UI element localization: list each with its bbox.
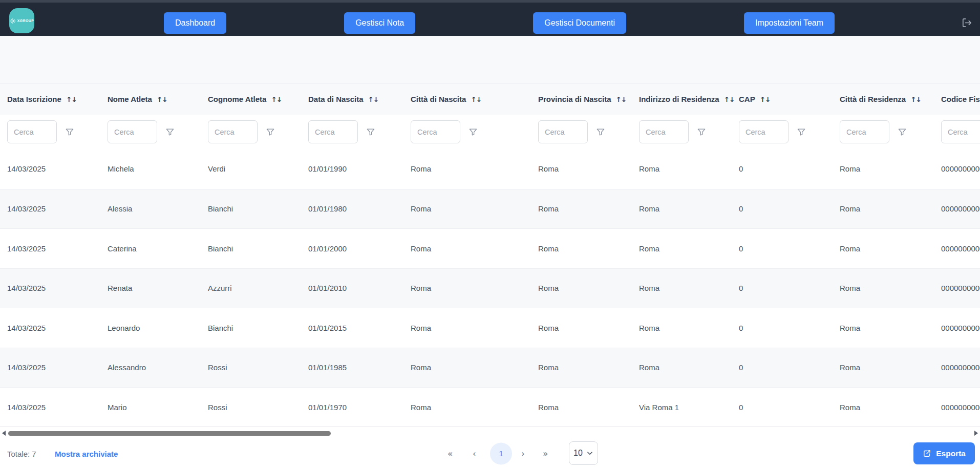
column-header-indirizzo-di-residenza[interactable]: Indirizzo di Residenza↑↓	[639, 95, 739, 103]
table-cell: 0	[739, 403, 840, 412]
table-cell: 14/03/2025	[7, 164, 108, 173]
table-cell: Mario	[108, 403, 208, 412]
table-cell: Bianchi	[208, 324, 308, 332]
column-header-cap[interactable]: CAP↑↓	[739, 95, 840, 103]
column-header-codice-fiscale[interactable]: Codice Fiscale↑↓	[941, 95, 980, 103]
table-cell: Roma	[840, 324, 941, 332]
table-row[interactable]: 14/03/2025LeonardoBianchi01/01/2015RomaR…	[0, 308, 980, 348]
filter-input-provincia-di-nascita[interactable]	[538, 120, 588, 143]
column-header-cognome-atleta[interactable]: Cognome Atleta↑↓	[208, 95, 308, 103]
app-logo[interactable]: XGROUP	[9, 8, 34, 33]
sort-icon[interactable]: ↑↓	[724, 95, 735, 103]
show-archived-link[interactable]: Mostra archiviate	[55, 449, 118, 458]
table-cell: Roma	[840, 284, 941, 292]
column-header-nome-atleta[interactable]: Nome Atleta↑↓	[108, 95, 208, 103]
page-size-select[interactable]: 10	[569, 441, 598, 465]
app-root: XGROUP DashboardGestisci NotaGestisci Do…	[0, 0, 980, 468]
filter-input-citta-di-residenza[interactable]	[840, 120, 889, 143]
pagination-last-button[interactable]: »	[543, 449, 548, 459]
filter-funnel-icon[interactable]	[468, 127, 478, 137]
filter-funnel-icon[interactable]	[65, 127, 75, 137]
horizontal-scrollbar[interactable]	[0, 427, 980, 439]
table-cell: Roma	[411, 164, 538, 173]
logout-icon[interactable]	[961, 17, 973, 29]
column-label: Indirizzo di Residenza	[639, 95, 719, 103]
filter-cell	[538, 120, 639, 143]
column-header-provincia-di-nascita[interactable]: Provincia di Nascita↑↓	[538, 95, 639, 103]
pagination-current-page[interactable]: 1	[490, 442, 512, 464]
table-cell: 0000000000000000	[941, 363, 980, 372]
table-cell: 14/03/2025	[7, 363, 108, 372]
scroll-left-arrow[interactable]	[2, 431, 6, 436]
sort-icon[interactable]: ↑↓	[760, 95, 771, 103]
filter-input-data-iscrizione[interactable]	[7, 120, 57, 143]
table-cell: Roma	[411, 204, 538, 213]
table-filter-row	[0, 115, 980, 149]
table-row[interactable]: 14/03/2025AlessiaBianchi01/01/1980RomaRo…	[0, 189, 980, 229]
sort-icon[interactable]: ↑↓	[910, 95, 921, 103]
filter-input-citta-di-nascita[interactable]	[411, 120, 460, 143]
table-cell: Roma	[411, 324, 538, 332]
table-row[interactable]: 14/03/2025AlessandroRossi01/01/1985RomaR…	[0, 348, 980, 388]
nav-button-gestisci-documenti[interactable]: Gestisci Documenti	[533, 12, 626, 34]
filter-input-nome-atleta[interactable]	[108, 120, 157, 143]
filter-funnel-icon[interactable]	[265, 127, 275, 137]
filter-funnel-icon[interactable]	[897, 127, 907, 137]
table-cell: Caterina	[108, 244, 208, 253]
pagination-prev-button[interactable]: ‹	[473, 449, 476, 459]
table-row[interactable]: 14/03/2025MarioRossi01/01/1970RomaRomaVi…	[0, 387, 980, 427]
column-header-data-iscrizione[interactable]: Data Iscrizione↑↓	[7, 95, 108, 103]
column-label: Cognome Atleta	[208, 95, 266, 103]
column-header-data-di-nascita[interactable]: Data di Nascita↑↓	[308, 95, 411, 103]
nav-items: DashboardGestisci NotaGestisci Documenti…	[46, 12, 952, 34]
table-cell: Roma	[538, 363, 639, 372]
table-cell: 0	[739, 284, 840, 292]
filter-funnel-icon[interactable]	[796, 127, 806, 137]
table-cell: 0000000000000000	[941, 324, 980, 332]
filter-input-cap[interactable]	[739, 120, 789, 143]
pagination-next-button[interactable]: ›	[521, 449, 525, 459]
table-cell: Roma	[840, 403, 941, 412]
nav-button-gestisci-nota[interactable]: Gestisci Nota	[344, 12, 415, 34]
data-table: Data Iscrizione↑↓Nome Atleta↑↓Cognome At…	[0, 83, 980, 427]
column-header-citta-di-nascita[interactable]: Città di Nascita↑↓	[411, 95, 538, 103]
scroll-right-arrow[interactable]	[974, 431, 978, 436]
filter-input-indirizzo-di-residenza[interactable]	[639, 120, 689, 143]
table-cell: 01/01/1985	[308, 363, 411, 372]
sort-icon[interactable]: ↑↓	[368, 95, 379, 103]
filter-input-data-di-nascita[interactable]	[308, 120, 358, 143]
table-row[interactable]: 14/03/2025MichelaVerdi01/01/1990RomaRoma…	[0, 149, 980, 189]
column-header-citta-di-residenza[interactable]: Città di Residenza↑↓	[840, 95, 941, 103]
table-row[interactable]: 14/03/2025CaterinaBianchi01/01/2000RomaR…	[0, 228, 980, 268]
table-cell: Verdi	[208, 164, 308, 173]
table-cell: Alessandro	[108, 363, 208, 372]
filter-input-cognome-atleta[interactable]	[208, 120, 258, 143]
sort-icon[interactable]: ↑↓	[471, 95, 481, 103]
filter-funnel-icon[interactable]	[595, 127, 606, 137]
filter-funnel-icon[interactable]	[696, 127, 707, 137]
table-cell: 0000000000000000	[941, 244, 980, 253]
sort-icon[interactable]: ↑↓	[66, 95, 77, 103]
nav-button-impostazioni-team[interactable]: Impostazioni Team	[744, 12, 835, 34]
nav-button-dashboard[interactable]: Dashboard	[164, 12, 226, 34]
filter-cell	[639, 120, 739, 143]
sort-icon[interactable]: ↑↓	[157, 95, 167, 103]
table-cell: Roma	[538, 164, 639, 173]
sort-icon[interactable]: ↑↓	[616, 95, 627, 103]
table-cell: 14/03/2025	[7, 204, 108, 213]
table-cell: Via Roma 1	[639, 403, 739, 412]
table-row[interactable]: 14/03/2025RenataAzzurri01/01/2010RomaRom…	[0, 268, 980, 308]
table-cell: Michela	[108, 164, 208, 173]
pagination-first-button[interactable]: «	[448, 449, 453, 459]
table-cell: Rossi	[208, 403, 308, 412]
filter-input-codice-fiscale[interactable]	[941, 120, 980, 143]
filter-funnel-icon[interactable]	[165, 127, 175, 137]
chevron-down-icon	[586, 450, 593, 457]
scrollbar-thumb[interactable]	[8, 431, 331, 436]
filter-funnel-icon[interactable]	[366, 127, 376, 137]
export-button[interactable]: Esporta	[913, 442, 975, 464]
sort-icon[interactable]: ↑↓	[271, 95, 282, 103]
table-cell: 14/03/2025	[7, 324, 108, 332]
filter-cell	[739, 120, 840, 143]
table-cell: Roma	[840, 363, 941, 372]
